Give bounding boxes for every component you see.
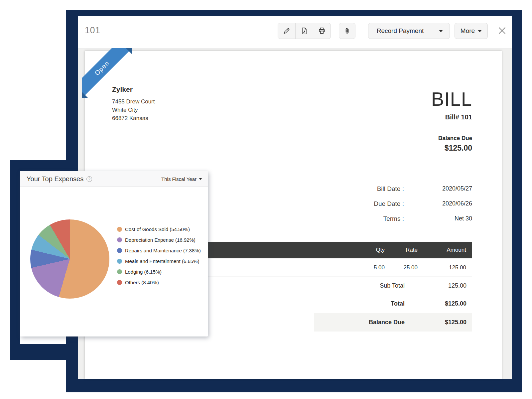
- legend-item: Others (8.40%): [117, 277, 201, 288]
- qty-column-header: Qty: [345, 247, 385, 253]
- terms-value: Net 30: [404, 215, 472, 222]
- balance-due-row: Balance Due $125.00: [314, 313, 472, 332]
- record-payment-label: Record Payment: [377, 27, 424, 35]
- legend-swatch: [117, 269, 122, 274]
- printer-icon: [318, 27, 326, 35]
- expenses-pie-chart: [30, 219, 109, 299]
- vendor-name: Zylker: [112, 85, 155, 93]
- total-row: Total $125.00: [314, 294, 472, 313]
- legend-label: Depreciation Expense (16.92%): [125, 237, 196, 243]
- subtotal-row: Sub Total 125.00: [314, 277, 472, 294]
- top-expenses-widget: Your Top Expenses ? This Fiscal Year Cos…: [20, 171, 208, 336]
- chevron-down-icon: [478, 30, 482, 32]
- meta-row-bill-date: Bill Date : 2020/05/27: [374, 181, 472, 196]
- period-selector[interactable]: This Fiscal Year: [161, 176, 202, 182]
- vendor-block: Zylker 7455 Drew Court White City 66872 …: [112, 85, 155, 122]
- legend-item: Meals and Entertainment (6.65%): [117, 256, 201, 266]
- legend-swatch: [117, 227, 122, 232]
- subtotal-value: 125.00: [405, 282, 466, 289]
- more-button[interactable]: More: [455, 23, 488, 39]
- balance-row-value: $125.00: [405, 319, 466, 326]
- vendor-address-line: 7455 Drew Court: [112, 97, 155, 106]
- legend-item: Lodging (6.15%): [117, 266, 201, 277]
- legend-label: Others (8.40%): [125, 280, 159, 285]
- print-button[interactable]: [313, 23, 331, 39]
- close-button[interactable]: [496, 25, 508, 36]
- bill-number-heading: 101: [85, 25, 100, 36]
- chevron-down-icon: [439, 30, 443, 32]
- legend-swatch: [117, 280, 122, 285]
- period-selector-label: This Fiscal Year: [161, 176, 197, 182]
- legend-label: Meals and Entertainment (6.65%): [125, 258, 199, 264]
- bill-header-right: BILL Bill# 101 Balance Due $125.00: [431, 89, 472, 153]
- widget-header: Your Top Expenses ? This Fiscal Year: [20, 171, 208, 187]
- meta-row-due-date: Due Date : 2020/06/26: [374, 196, 472, 211]
- bill-number: Bill# 101: [431, 113, 472, 121]
- close-icon: [497, 26, 507, 36]
- vendor-address-line: 66872 Kansas: [112, 114, 155, 122]
- pdf-file-icon: [300, 27, 309, 35]
- legend-swatch: [117, 237, 122, 242]
- bill-date-label: Bill Date :: [377, 185, 404, 193]
- balance-due-amount: $125.00: [431, 144, 472, 153]
- due-date-value: 2020/06/26: [404, 200, 472, 207]
- balance-row-label: Balance Due: [314, 319, 405, 326]
- total-value: $125.00: [405, 300, 466, 307]
- total-label: Total: [314, 300, 405, 307]
- frame-accent-left: [10, 160, 20, 360]
- paperclip-icon: [343, 27, 351, 35]
- legend-item: Depreciation Expense (16.92%): [117, 234, 201, 245]
- meta-row-terms: Terms : Net 30: [374, 211, 472, 226]
- bill-date-value: 2020/05/27: [404, 185, 472, 192]
- balance-due-label: Balance Due: [431, 135, 472, 142]
- bill-meta: Bill Date : 2020/05/27 Due Date : 2020/0…: [374, 181, 472, 226]
- legend-label: Repairs and Maintenance (7.38%): [125, 248, 201, 253]
- widget-title-wrap: Your Top Expenses ?: [27, 175, 92, 183]
- amount-column-header: Amount: [418, 247, 466, 253]
- document-action-group: [278, 23, 331, 39]
- legend-swatch: [117, 259, 122, 264]
- chevron-down-icon: [199, 178, 202, 180]
- item-amount: 125.00: [418, 264, 466, 271]
- pie-legend: Cost of Goods Sold (54.50%) Depreciation…: [117, 224, 201, 288]
- document-title: BILL: [431, 89, 472, 109]
- terms-label: Terms :: [383, 215, 404, 222]
- record-payment-button[interactable]: Record Payment: [368, 23, 432, 39]
- totals-section: Sub Total 125.00 Total $125.00 Balance D…: [314, 277, 472, 332]
- subtotal-label: Sub Total: [314, 282, 405, 289]
- legend-label: Lodging (6.15%): [125, 269, 162, 275]
- page: 101: [0, 0, 532, 399]
- more-label: More: [461, 27, 475, 35]
- pdf-button[interactable]: [295, 23, 313, 39]
- vendor-address-line: White City: [112, 106, 155, 114]
- record-payment-split-button: Record Payment: [368, 23, 450, 39]
- legend-label: Cost of Goods Sold (54.50%): [125, 226, 190, 232]
- legend-swatch: [117, 248, 122, 253]
- toolbar: 101: [78, 16, 512, 49]
- help-icon[interactable]: ?: [86, 176, 92, 182]
- item-qty: 5.00: [345, 264, 385, 271]
- legend-item: Cost of Goods Sold (54.50%): [117, 224, 201, 234]
- record-payment-dropdown[interactable]: [432, 23, 450, 39]
- edit-button[interactable]: [278, 23, 295, 39]
- due-date-label: Due Date :: [374, 200, 404, 207]
- pencil-icon: [282, 27, 291, 35]
- legend-item: Repairs and Maintenance (7.38%): [117, 245, 201, 256]
- widget-title: Your Top Expenses: [27, 175, 83, 183]
- rate-column-header: Rate: [385, 247, 418, 253]
- item-rate: 25.00: [385, 264, 418, 271]
- attachment-button[interactable]: [339, 23, 355, 39]
